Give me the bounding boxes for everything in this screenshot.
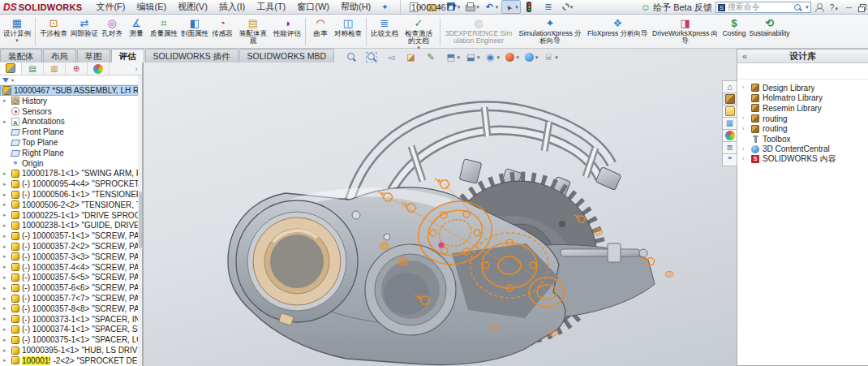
graphics-area[interactable]: ▾ ▾ ▾ ▾ ▾ ▾ ▾ ▾ ▾ ▾ ▾	[143, 49, 737, 366]
design-library-tool[interactable]	[844, 66, 855, 76]
ribbon-button[interactable]: 3DEXPERIENCE Simulation Engineer ▾	[443, 16, 514, 52]
heads-up-button[interactable]: ▾	[523, 51, 539, 63]
tree-item[interactable]: ▸ (-) 10000357-7<7> "SCREW, PARTICLE	[0, 293, 142, 304]
menu-item[interactable]: 插入(I)	[213, 1, 251, 13]
design-library-tool[interactable]	[830, 66, 840, 76]
command-tab[interactable]: 布局	[43, 49, 76, 62]
design-library-item[interactable]: › routing	[737, 123, 868, 134]
dropdown-caret-icon[interactable]: ▾	[458, 54, 461, 61]
design-library-tool[interactable]	[801, 66, 811, 76]
tree-item[interactable]: ▸ (-) 10000357-4<4> "SCREW, PARTICLE	[0, 262, 142, 273]
feature-manager-tab[interactable]	[88, 62, 110, 75]
expand-arrow-icon[interactable]: ▸	[3, 179, 9, 189]
expand-arrow-icon[interactable]: ▸	[3, 231, 9, 241]
command-tab[interactable]: SOLIDWORKS 插件	[145, 49, 238, 62]
command-tab[interactable]: 装配体	[0, 49, 42, 62]
menu-item[interactable]: 视图(V)	[172, 1, 213, 13]
quick-access-button[interactable]: ▾	[463, 1, 481, 13]
tree-item[interactable]: ▸ (-) 10000357-1<1> "SCREW, PARTICLE	[0, 230, 142, 241]
tree-filter[interactable]: ▾	[0, 75, 142, 85]
quick-access-button[interactable]: ▾	[483, 1, 501, 13]
design-library-item[interactable]: › Holmatro Library	[737, 93, 868, 104]
dropdown-caret-icon[interactable]: ▾	[15, 37, 19, 44]
dropdown-caret-icon[interactable]: ▾	[555, 54, 558, 61]
dropdown-caret-icon[interactable]: ▾	[515, 4, 518, 11]
menu-item[interactable]: 编辑(E)	[131, 1, 173, 13]
ribbon-button[interactable]: 装配体直观 ▾	[234, 16, 272, 52]
quick-access-button[interactable]: ▾	[522, 1, 540, 13]
tree-item[interactable]: ▸ (-) 10000357-5<5> "SCREW, PARTICLE	[0, 273, 142, 283]
tree-item[interactable]: ▸ Right Plane	[0, 148, 142, 158]
feature-manager-tab[interactable]	[22, 62, 44, 75]
command-search-input[interactable]: S 搜索命令 ▾	[715, 2, 811, 13]
tree-item[interactable]: ▸ (-) 10000357-8<8> "SCREW, PARTICLE	[0, 304, 142, 314]
expand-arrow-icon[interactable]: ▸	[3, 314, 9, 324]
menu-item[interactable]: 帮助(H)	[335, 1, 376, 13]
ribbon-button[interactable]: 比较文档 ▾	[369, 16, 400, 45]
beta-feedback-button[interactable]: ☺ 给予 Beta 反馈	[641, 2, 712, 14]
expand-arrow-icon[interactable]: ▸	[3, 96, 9, 105]
ribbon-button[interactable]: 间隙验证 ▾	[69, 16, 100, 45]
dropdown-caret-icon[interactable]: ▾	[516, 54, 519, 61]
ribbon-button[interactable]: 检查激活的文档 ▾	[400, 16, 437, 52]
viewport-window-button[interactable]	[681, 51, 691, 61]
design-library-tool[interactable]	[771, 66, 782, 76]
3d-model-canvas[interactable]	[144, 49, 737, 366]
dropdown-caret-icon[interactable]: ▾	[535, 54, 539, 61]
expand-arrow-icon[interactable]: ▸	[3, 252, 9, 261]
task-pane-tab[interactable]	[722, 153, 737, 166]
heads-up-button[interactable]: ▾	[445, 51, 462, 63]
ribbon-button[interactable]: ▾	[366, 18, 367, 45]
tree-item[interactable]: ▸ History	[0, 96, 142, 106]
ribbon-button[interactable]: Costing ▾	[721, 16, 748, 45]
design-library-item[interactable]: › routing	[737, 114, 868, 124]
restore-button[interactable]	[857, 3, 866, 12]
expand-arrow-icon[interactable]: ›	[742, 114, 748, 123]
tree-item[interactable]: ▸ Sensors	[0, 106, 142, 117]
design-library-item[interactable]: › Resemin Library	[737, 103, 868, 114]
command-tab[interactable]: 评估	[111, 49, 144, 62]
tree-item[interactable]: ▸ (-) 10000506-1<1> "TENSIONER, TRA	[0, 189, 142, 200]
expand-arrow-icon[interactable]: ▸	[3, 117, 9, 127]
feature-manager-tab[interactable]	[44, 62, 66, 75]
feature-manager-tab[interactable]	[66, 62, 88, 75]
design-library-tool[interactable]	[786, 66, 797, 76]
quick-access-button[interactable]: ▾	[541, 1, 559, 13]
tree-item[interactable]: ▸ 10000154 -2<2> "SPROCKET DEBRIS C	[0, 355, 142, 366]
filter-funnel-icon[interactable]	[2, 78, 9, 83]
ribbon-button[interactable]: ▾	[440, 18, 440, 45]
design-library-tool[interactable]	[757, 66, 767, 76]
ribbon-button[interactable]: SimulationXpress 分析向导 ▾	[514, 16, 586, 52]
tree-item[interactable]: ▸ (-) 10000373-1<1> "SPACER, INNER D	[0, 314, 142, 325]
expand-arrow-icon[interactable]: ▸	[3, 242, 9, 252]
panel-flyout-arrow-icon[interactable]: ›	[131, 62, 142, 75]
tree-item[interactable]: ▸ Front Plane	[0, 127, 142, 137]
ribbon-button[interactable]: ▾	[35, 18, 36, 45]
design-library-item[interactable]: › Toolbox	[737, 134, 868, 144]
menu-item[interactable]: 窗口(W)	[291, 1, 335, 13]
heads-up-button[interactable]: ▾	[464, 51, 481, 63]
expand-arrow-icon[interactable]: ▸	[3, 273, 9, 282]
pin-icon[interactable]: ✦	[381, 2, 388, 11]
dropdown-caret-icon[interactable]: ▾	[496, 4, 499, 11]
collapse-panel-icon[interactable]: «	[737, 51, 752, 61]
viewport-window-button[interactable]	[713, 51, 724, 61]
design-library-item[interactable]: › Design Library	[737, 83, 868, 93]
ribbon-button[interactable]: 孔对齐 ▾	[100, 16, 124, 45]
design-library-tool[interactable]	[815, 66, 826, 76]
tree-item[interactable]: ▸ Origin	[0, 158, 142, 169]
task-pane-tab[interactable]	[722, 93, 737, 105]
feature-manager-tab[interactable]	[0, 62, 22, 75]
expand-arrow-icon[interactable]: ›	[742, 144, 748, 154]
ribbon-button[interactable]: DriveWorksXpress 向导 ▾	[650, 16, 721, 52]
filter-caret-icon[interactable]: ▾	[11, 77, 14, 83]
expand-arrow-icon[interactable]: ▸	[3, 304, 9, 313]
expand-arrow-icon[interactable]: ▸	[3, 294, 9, 304]
task-pane-tab[interactable]	[722, 105, 737, 118]
tree-item[interactable]: ▸ (-) 10000357-2<2> "SCREW, PARTICLE	[0, 241, 142, 252]
expand-arrow-icon[interactable]: ▸	[3, 169, 9, 179]
ribbon-button[interactable]: FloXpress 分析向导 ▾	[586, 16, 650, 45]
ribbon-button[interactable]: ▾	[305, 18, 306, 45]
ribbon-button[interactable]: 测量 ▾	[124, 16, 148, 45]
heads-up-button[interactable]: ▾	[385, 51, 402, 63]
